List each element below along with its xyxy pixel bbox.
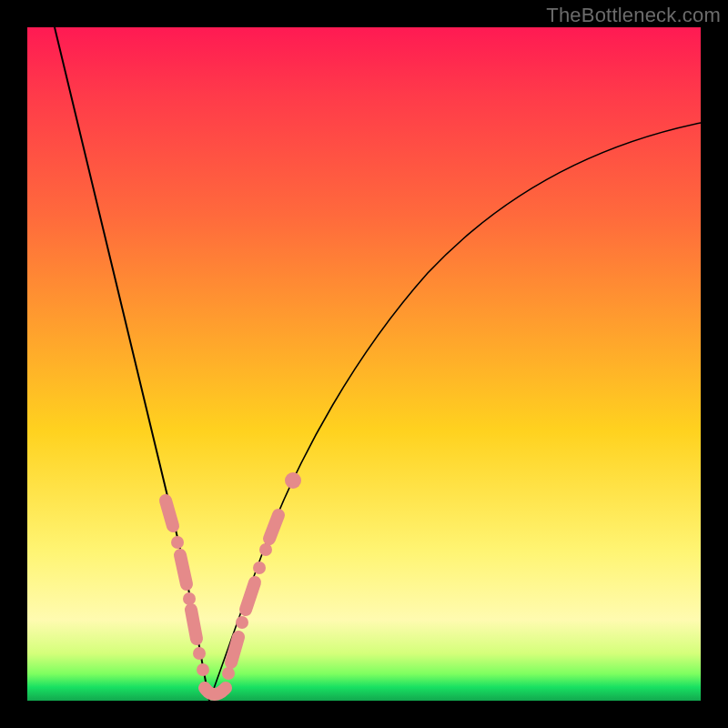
marker-left-seg <box>191 610 197 639</box>
marker-dot <box>222 667 235 680</box>
marker-dot <box>259 543 272 556</box>
marker-valley-floor <box>205 688 226 694</box>
marker-left-seg <box>180 555 187 584</box>
outer-frame: TheBottleneck.com <box>0 0 728 728</box>
marker-dot <box>193 647 206 660</box>
marker-right-seg <box>246 582 255 610</box>
marker-dot <box>236 616 248 629</box>
marker-dot <box>171 536 184 549</box>
plot-area <box>27 27 701 701</box>
watermark-text: TheBottleneck.com <box>546 4 721 27</box>
marker-dot <box>183 592 196 605</box>
marker-dot <box>285 472 301 489</box>
marker-right-seg <box>231 637 238 662</box>
curve-right <box>209 123 701 701</box>
marker-dot <box>253 561 266 574</box>
marker-dot <box>197 663 209 676</box>
marker-left-seg <box>166 500 173 526</box>
chart-svg <box>27 27 701 701</box>
marker-right-seg <box>269 515 278 539</box>
